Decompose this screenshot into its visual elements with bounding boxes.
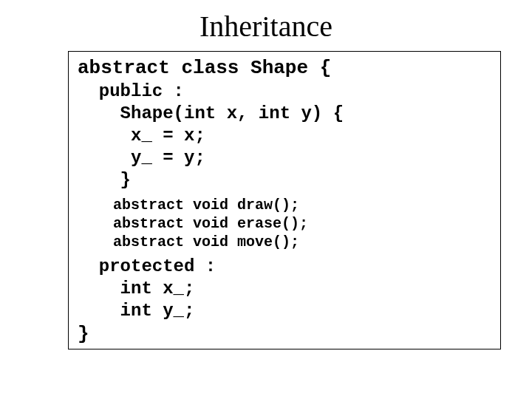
code-line: } <box>78 322 491 347</box>
code-line: protected : <box>78 256 491 278</box>
code-line: abstract void erase(); <box>78 214 491 233</box>
slide: Inheritance abstract class Shape { publi… <box>0 0 532 399</box>
code-line: int y_; <box>78 300 491 322</box>
code-box: abstract class Shape { public : Shape(in… <box>68 51 501 349</box>
code-line: int x_; <box>78 278 491 300</box>
code-line: public : <box>78 81 491 103</box>
code-line: } <box>78 169 491 191</box>
code-line: y_ = y; <box>78 147 491 169</box>
code-line: Shape(int x, int y) { <box>78 103 491 125</box>
code-line: x_ = x; <box>78 125 491 147</box>
code-line: abstract void draw(); <box>78 196 491 214</box>
code-line: abstract class Shape { <box>78 56 491 81</box>
code-line: abstract void move(); <box>78 233 491 251</box>
slide-title: Inheritance <box>27 9 505 44</box>
